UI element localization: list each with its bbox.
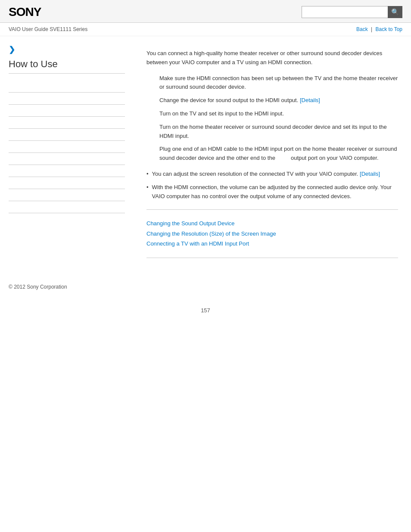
page-number: 157	[0, 299, 411, 322]
list-item[interactable]	[9, 177, 125, 189]
note-item-1: You can adjust the screen resolution of …	[146, 170, 398, 179]
related-links: Changing the Sound Output Device Changin…	[146, 218, 398, 249]
breadcrumb: VAIO User Guide SVE1111 Series	[9, 26, 87, 32]
step-item-1: Make sure the HDMI connection has been s…	[159, 74, 398, 92]
related-link-2[interactable]: Changing the Resolution (Size) of the Sc…	[146, 229, 398, 239]
search-button[interactable]: 🔍	[388, 6, 402, 18]
sub-header: VAIO User Guide SVE1111 Series Back | Ba…	[0, 23, 411, 36]
content-divider	[146, 209, 398, 210]
list-item[interactable]	[9, 81, 125, 93]
list-item[interactable]	[9, 105, 125, 117]
related-link-1[interactable]: Changing the Sound Output Device	[146, 218, 398, 228]
content-divider-2	[146, 258, 398, 258]
header: SONY 🔍	[0, 0, 411, 23]
search-input[interactable]	[302, 6, 388, 18]
list-item[interactable]	[9, 189, 125, 201]
sidebar-chevron: ❯	[9, 45, 125, 54]
content-area: You can connect a high-quality home thea…	[134, 36, 411, 275]
step-item-5: Plug one end of an HDMI cable to the HDM…	[159, 145, 398, 163]
related-link-3[interactable]: Connecting a TV with an HDMI Input Port	[146, 239, 398, 249]
sidebar: ❯ How to Use	[0, 36, 134, 275]
steps-list: Make sure the HDMI connection has been s…	[159, 74, 398, 163]
list-item[interactable]	[9, 153, 125, 165]
footer: © 2012 Sony Corporation	[0, 275, 411, 299]
search-icon: 🔍	[391, 8, 399, 16]
list-item[interactable]	[9, 165, 125, 177]
step-item-4: Turn on the home theater receiver or sur…	[159, 123, 398, 141]
search-area: 🔍	[302, 6, 402, 18]
list-item[interactable]	[9, 141, 125, 153]
list-item[interactable]	[9, 201, 125, 213]
list-item[interactable]	[9, 117, 125, 129]
main-container: ❯ How to Use You can connect a high-qual…	[0, 36, 411, 275]
step-item-2: Change the device for sound output to th…	[159, 96, 398, 105]
back-to-top-link[interactable]: Back to Top	[376, 26, 402, 32]
list-item[interactable]	[9, 93, 125, 105]
note-item-2: With the HDMI connection, the volume can…	[146, 183, 398, 201]
sony-logo: SONY	[9, 5, 41, 19]
nav-links: Back | Back to Top	[356, 26, 402, 32]
details-link-2[interactable]: [Details]	[360, 171, 380, 177]
step-item-3: Turn on the TV and set its input to the …	[159, 109, 398, 118]
details-link-1[interactable]: [Details]	[300, 97, 320, 103]
content-intro: You can connect a high-quality home thea…	[146, 49, 398, 67]
list-item[interactable]	[9, 129, 125, 141]
sidebar-title: How to Use	[9, 59, 125, 74]
nav-separator: |	[371, 26, 372, 32]
sidebar-items	[9, 81, 125, 213]
back-link[interactable]: Back	[356, 26, 368, 32]
copyright: © 2012 Sony Corporation	[9, 284, 67, 290]
notes-section: You can adjust the screen resolution of …	[146, 170, 398, 201]
